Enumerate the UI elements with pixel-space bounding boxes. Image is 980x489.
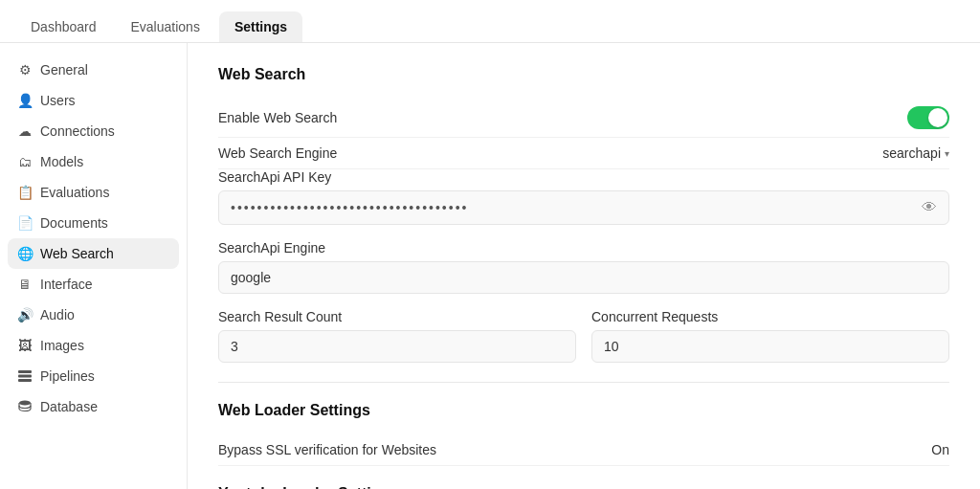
sidebar-label-connections: Connections	[40, 123, 115, 139]
evaluations-icon: 📋	[17, 185, 33, 200]
svg-rect-2	[18, 379, 32, 382]
top-nav: Dashboard Evaluations Settings	[0, 0, 980, 43]
sidebar-item-models[interactable]: 🗂 Models	[8, 146, 179, 177]
chevron-down-icon: ▾	[945, 148, 949, 159]
enable-web-search-label: Enable Web Search	[218, 110, 337, 125]
toggle-thumb	[928, 108, 947, 127]
count-row: Search Result Count 3 Concurrent Request…	[218, 309, 949, 363]
app-container: Dashboard Evaluations Settings ⚙ General…	[0, 0, 980, 489]
sidebar-item-evaluations[interactable]: 📋 Evaluations	[8, 177, 179, 208]
api-key-value: ••••••••••••••••••••••••••••••••••••	[231, 200, 468, 215]
api-key-section: SearchApi API Key ••••••••••••••••••••••…	[218, 169, 949, 225]
engine-name-field[interactable]: google	[218, 261, 949, 294]
search-result-count-section: Search Result Count 3	[218, 309, 576, 363]
web-search-title: Web Search	[218, 66, 949, 83]
tab-settings[interactable]: Settings	[219, 11, 302, 42]
sidebar-item-general[interactable]: ⚙ General	[8, 55, 179, 85]
enable-web-search-row: Enable Web Search	[218, 99, 949, 138]
api-key-field[interactable]: •••••••••••••••••••••••••••••••••••• 👁	[218, 190, 949, 225]
search-result-value: 3	[231, 339, 238, 354]
web-search-icon: 🌐	[17, 246, 33, 261]
sidebar: ⚙ General 👤 Users ☁ Connections 🗂 Models…	[0, 43, 188, 489]
engine-name-label: SearchApi Engine	[218, 240, 949, 256]
gear-icon: ⚙	[17, 62, 33, 78]
sidebar-label-audio: Audio	[40, 307, 75, 322]
sidebar-label-documents: Documents	[40, 215, 108, 231]
sidebar-label-interface: Interface	[40, 277, 92, 292]
youtube-loader-title: Youtube Loader Settings	[218, 485, 949, 489]
sidebar-item-images[interactable]: 🖼 Images	[8, 330, 179, 361]
concurrent-field[interactable]: 10	[591, 330, 949, 363]
sidebar-item-documents[interactable]: 📄 Documents	[8, 208, 179, 238]
engine-name-section: SearchApi Engine google	[218, 240, 949, 294]
web-loader-title: Web Loader Settings	[218, 402, 949, 419]
main-layout: ⚙ General 👤 Users ☁ Connections 🗂 Models…	[0, 43, 980, 489]
sidebar-item-web-search[interactable]: 🌐 Web Search	[8, 238, 179, 269]
sidebar-item-connections[interactable]: ☁ Connections	[8, 116, 179, 146]
search-result-field[interactable]: 3	[218, 330, 576, 363]
sidebar-label-general: General	[40, 62, 88, 78]
web-search-section: Web Search Enable Web Search Web Search …	[218, 66, 949, 363]
youtube-loader-section: Youtube Loader Settings Language en	[218, 485, 949, 489]
images-icon: 🖼	[17, 338, 33, 353]
cloud-icon: ☁	[17, 123, 33, 139]
svg-point-3	[19, 401, 31, 406]
eye-icon[interactable]: 👁	[922, 199, 937, 216]
audio-icon: 🔊	[17, 307, 33, 322]
tab-evaluations[interactable]: Evaluations	[116, 11, 215, 42]
web-search-engine-select[interactable]: searchapi ▾	[882, 145, 949, 161]
sidebar-item-interface[interactable]: 🖥 Interface	[8, 269, 179, 300]
bypass-ssl-row: Bypass SSL verification for Websites On	[218, 434, 949, 466]
sidebar-label-images: Images	[40, 338, 84, 353]
content-area: Web Search Enable Web Search Web Search …	[188, 43, 980, 489]
api-key-label: SearchApi API Key	[218, 169, 949, 185]
sidebar-label-evaluations: Evaluations	[40, 185, 109, 200]
sidebar-label-pipelines: Pipelines	[40, 368, 95, 384]
pipelines-icon	[17, 368, 33, 384]
users-icon: 👤	[17, 93, 33, 108]
web-search-engine-row: Web Search Engine searchapi ▾	[218, 138, 949, 169]
enable-web-search-toggle[interactable]	[907, 106, 949, 129]
engine-name-value: google	[231, 270, 271, 285]
web-search-engine-label: Web Search Engine	[218, 145, 337, 161]
models-icon: 🗂	[17, 154, 33, 169]
svg-rect-1	[18, 375, 32, 378]
bypass-ssl-label: Bypass SSL verification for Websites	[218, 442, 436, 457]
interface-icon: 🖥	[17, 277, 33, 292]
sidebar-item-database[interactable]: Database	[8, 391, 179, 422]
concurrent-requests-section: Concurrent Requests 10	[591, 309, 949, 363]
sidebar-label-database: Database	[40, 399, 98, 414]
sidebar-item-audio[interactable]: 🔊 Audio	[8, 300, 179, 330]
svg-rect-0	[18, 370, 32, 373]
engine-value: searchapi	[882, 145, 941, 161]
concurrent-value: 10	[604, 339, 619, 354]
web-loader-section: Web Loader Settings Bypass SSL verificat…	[218, 402, 949, 466]
sidebar-item-pipelines[interactable]: Pipelines	[8, 361, 179, 391]
sidebar-label-models: Models	[40, 154, 83, 169]
database-icon	[17, 399, 33, 414]
documents-icon: 📄	[17, 215, 33, 231]
tab-dashboard[interactable]: Dashboard	[15, 11, 112, 42]
search-result-label: Search Result Count	[218, 309, 576, 324]
section-divider-1	[218, 382, 949, 383]
bypass-ssl-value: On	[931, 442, 949, 457]
sidebar-item-users[interactable]: 👤 Users	[8, 85, 179, 116]
sidebar-label-users: Users	[40, 93, 76, 108]
sidebar-label-web-search: Web Search	[40, 246, 114, 261]
concurrent-label: Concurrent Requests	[591, 309, 949, 324]
